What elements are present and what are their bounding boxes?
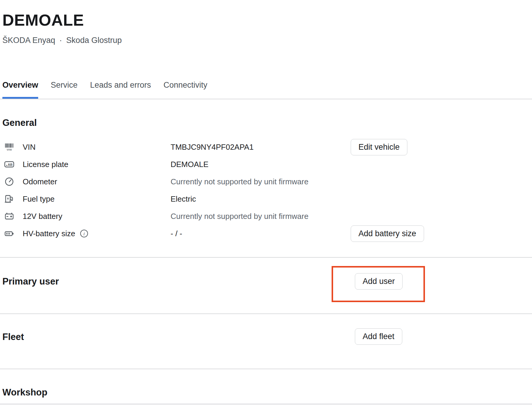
table-row: AB License plate DEMOALE bbox=[0, 156, 532, 173]
table-row: vvw VIN TMBJC9NY4PF02APA1 Edit vehicle bbox=[0, 138, 532, 156]
row-label-vin: VIN bbox=[23, 143, 171, 152]
vehicle-subtitle: ŠKODA Enyaq · Skoda Glostrup bbox=[2, 36, 122, 45]
section-divider bbox=[0, 369, 532, 369]
subtitle-separator: · bbox=[59, 36, 62, 45]
odometer-value: Currently not supported by unit firmware bbox=[171, 177, 351, 186]
table-row: HV-battery size i - / - Add battery size bbox=[0, 225, 532, 242]
hv-battery-icon bbox=[4, 228, 23, 239]
section-divider bbox=[0, 257, 532, 258]
odometer-icon bbox=[4, 177, 23, 187]
add-user-button[interactable]: Add user bbox=[355, 273, 403, 290]
tab-service[interactable]: Service bbox=[51, 81, 78, 99]
general-section-heading: General bbox=[2, 118, 37, 128]
barcode-icon: vvw bbox=[4, 142, 23, 152]
vehicle-model: ŠKODA Enyaq bbox=[2, 36, 55, 45]
info-icon[interactable]: i bbox=[80, 229, 88, 238]
bottom-section-edge bbox=[0, 403, 532, 405]
edit-vehicle-button[interactable]: Edit vehicle bbox=[351, 139, 407, 155]
section-divider bbox=[0, 313, 532, 314]
svg-text:vvw: vvw bbox=[7, 148, 12, 151]
row-label-12v-battery: 12V battery bbox=[23, 212, 171, 221]
tab-leads-and-errors[interactable]: Leads and errors bbox=[90, 81, 151, 99]
workshop-section-heading: Workshop bbox=[2, 387, 47, 398]
table-row: Fuel type Electric bbox=[0, 190, 532, 208]
fleet-section-heading: Fleet bbox=[2, 332, 24, 342]
fuel-type-value: Electric bbox=[171, 194, 351, 204]
page-title: DEMOALE bbox=[2, 11, 84, 29]
license-plate-icon: AB bbox=[4, 159, 23, 169]
table-row: Odometer Currently not supported by unit… bbox=[0, 173, 532, 190]
vehicle-detail-page: DEMOALE ŠKODA Enyaq · Skoda Glostrup Ove… bbox=[0, 0, 532, 405]
tab-connectivity[interactable]: Connectivity bbox=[163, 81, 207, 99]
battery-12v-value: Currently not supported by unit firmware bbox=[171, 212, 351, 221]
row-label-hv-battery-size: HV-battery size i bbox=[23, 229, 171, 238]
tab-bar: Overview Service Leads and errors Connec… bbox=[0, 81, 532, 99]
add-fleet-button[interactable]: Add fleet bbox=[355, 328, 402, 345]
battery-12v-icon bbox=[4, 211, 23, 221]
row-label-fuel-type: Fuel type bbox=[23, 194, 171, 204]
vin-value: TMBJC9NY4PF02APA1 bbox=[171, 143, 351, 152]
row-label-license-plate: License plate bbox=[23, 160, 171, 169]
row-label-odometer: Odometer bbox=[23, 177, 171, 186]
table-row: 12V battery Currently not supported by u… bbox=[0, 208, 532, 225]
svg-text:i: i bbox=[84, 231, 85, 236]
add-battery-size-button[interactable]: Add battery size bbox=[351, 225, 424, 242]
hv-battery-size-value: - / - bbox=[171, 229, 351, 238]
fuel-pump-icon bbox=[4, 194, 23, 204]
hv-battery-size-text: HV-battery size bbox=[23, 229, 75, 238]
dealer-name: Skoda Glostrup bbox=[66, 36, 122, 45]
primary-user-section-heading: Primary user bbox=[2, 276, 59, 287]
general-rows: vvw VIN TMBJC9NY4PF02APA1 Edit vehicle A… bbox=[0, 138, 532, 242]
svg-text:AB: AB bbox=[8, 163, 13, 166]
tab-overview[interactable]: Overview bbox=[2, 81, 38, 99]
license-plate-value: DEMOALE bbox=[171, 160, 351, 169]
